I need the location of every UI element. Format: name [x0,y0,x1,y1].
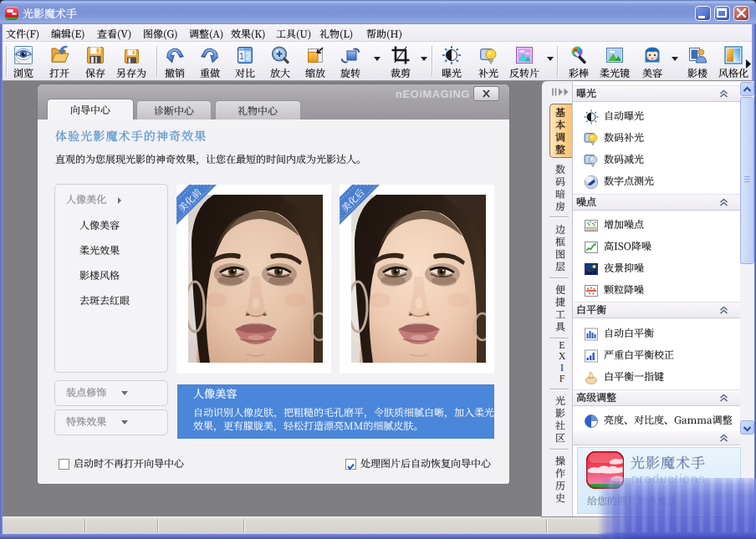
svg-text:1: 1 [239,51,244,61]
svg-text:2: 2 [246,51,251,61]
